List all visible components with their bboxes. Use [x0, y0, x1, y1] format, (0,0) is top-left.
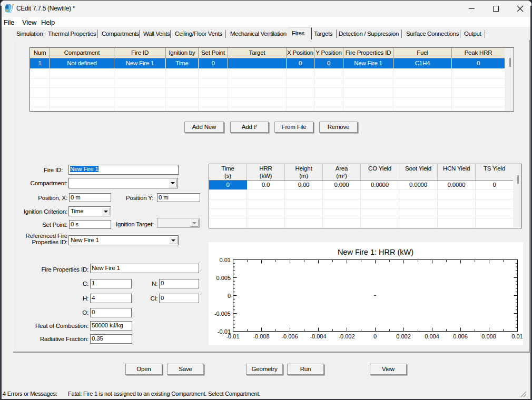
svg-text:0.008: 0.008: [481, 333, 496, 339]
svg-text:-0.01: -0.01: [226, 333, 239, 339]
svg-text:-0.004: -0.004: [310, 333, 326, 339]
svg-text:-0.005: -0.005: [214, 311, 231, 317]
svg-text:-0.008: -0.008: [253, 333, 269, 339]
svg-text:0.01: 0.01: [220, 257, 231, 263]
svg-text:0.004: 0.004: [425, 333, 439, 339]
svg-text:0.002: 0.002: [396, 333, 411, 339]
svg-text:-0.002: -0.002: [338, 333, 354, 339]
svg-text:0: 0: [228, 293, 231, 299]
svg-text:New Fire 1: HRR (kW): New Fire 1: HRR (kW): [338, 248, 413, 256]
svg-text:0: 0: [373, 333, 377, 339]
svg-text:0.006: 0.006: [453, 333, 468, 339]
svg-text:-0.006: -0.006: [281, 333, 298, 339]
svg-text:0.01: 0.01: [511, 333, 523, 339]
svg-text:0.005: 0.005: [216, 275, 231, 281]
